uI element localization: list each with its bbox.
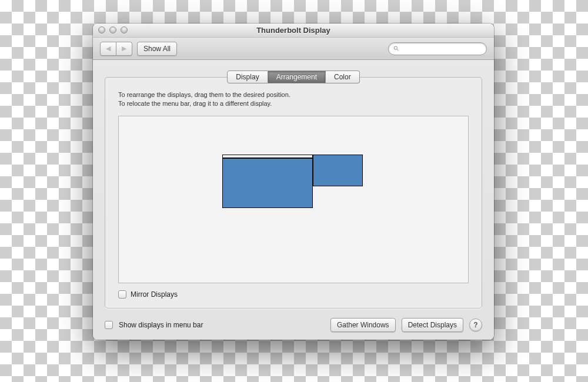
search-input[interactable] [403,44,482,53]
arrangement-area[interactable] [118,116,469,283]
chevron-right-icon: ▶ [122,45,126,52]
close-button[interactable] [98,26,105,33]
minimize-button[interactable] [109,26,116,33]
display-main[interactable] [222,158,313,208]
preferences-window: Thunderbolt Display ◀ ▶ Show All Display [93,24,494,340]
gather-windows-button[interactable]: Gather Windows [330,318,396,332]
show-in-menubar-label: Show displays in menu bar [119,321,203,329]
hint-text: To rearrange the displays, drag them to … [118,91,469,109]
show-all-button[interactable]: Show All [137,42,177,56]
display-secondary[interactable] [313,155,363,186]
search-icon [393,45,399,52]
svg-line-1 [397,49,398,51]
tab-color[interactable]: Color [326,71,360,83]
search-field[interactable] [388,42,487,55]
titlebar: Thunderbolt Display [93,24,494,38]
mirror-displays-checkbox[interactable] [118,290,126,299]
tab-display[interactable]: Display [227,71,268,83]
hint-line-1: To rearrange the displays, drag them to … [118,91,469,99]
footer: Show displays in menu bar Gather Windows… [105,318,482,332]
mirror-displays-label: Mirror Displays [131,290,178,299]
hint-line-2: To relocate the menu bar, drag it to a d… [118,99,469,108]
back-button[interactable]: ◀ [100,42,116,56]
detect-displays-button[interactable]: Detect Displays [402,318,463,332]
zoom-button[interactable] [121,26,128,33]
tab-arrangement[interactable]: Arrangement [268,71,326,83]
window-title: Thunderbolt Display [256,26,330,35]
tab-bar: Display Arrangement Color [227,71,359,83]
forward-button[interactable]: ▶ [116,42,132,56]
window-controls [98,26,128,33]
nav-segment: ◀ ▶ [100,42,132,56]
help-button[interactable]: ? [469,319,482,331]
mirror-displays-row: Mirror Displays [118,290,469,299]
toolbar: ◀ ▶ Show All [93,38,494,60]
chevron-left-icon: ◀ [106,45,111,52]
show-in-menubar-checkbox[interactable] [105,321,113,329]
arrangement-panel: To rearrange the displays, drag them to … [105,77,482,309]
